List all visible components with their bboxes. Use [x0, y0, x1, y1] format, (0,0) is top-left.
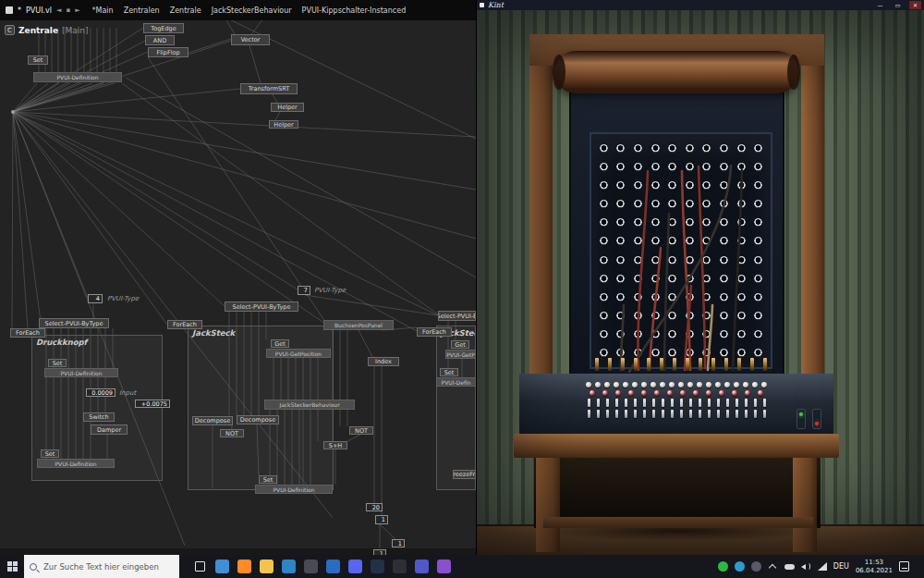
- jack-socket[interactable]: [702, 293, 711, 301]
- jack-socket[interactable]: [616, 349, 625, 357]
- red-indicator[interactable]: [590, 390, 595, 396]
- close-button[interactable]: [909, 1, 921, 9]
- jack-socket[interactable]: [616, 200, 625, 208]
- node-pvui-definition[interactable]: PVUI-Definition: [44, 368, 118, 377]
- toggle-switch[interactable]: [736, 399, 738, 407]
- jack-socket[interactable]: [720, 293, 728, 301]
- jack-socket[interactable]: [616, 163, 625, 171]
- jack-socket[interactable]: [686, 330, 694, 338]
- jack-socket[interactable]: [600, 181, 608, 190]
- settings-icon[interactable]: [751, 561, 761, 572]
- jack-socket[interactable]: [737, 237, 746, 245]
- jack-socket[interactable]: [668, 181, 676, 190]
- jack-socket[interactable]: [737, 200, 746, 208]
- lamp-key[interactable]: [604, 382, 610, 387]
- node-1[interactable]: 1: [375, 515, 388, 524]
- jack-socket[interactable]: [651, 312, 660, 320]
- jack-socket[interactable]: [634, 293, 642, 301]
- jack-socket[interactable]: [651, 275, 660, 283]
- lamp-key[interactable]: [743, 382, 748, 387]
- red-indicator[interactable]: [654, 390, 660, 396]
- red-indicator[interactable]: [680, 390, 686, 396]
- node-pvui-getp[interactable]: PVUI-GetP: [445, 350, 476, 359]
- jack-socket[interactable]: [686, 218, 694, 227]
- jack-socket[interactable]: [686, 200, 694, 208]
- toggle-switch[interactable]: [625, 399, 627, 407]
- lamp-key[interactable]: [614, 382, 619, 387]
- toggle-switch[interactable]: [652, 399, 655, 407]
- patch-canvas[interactable]: TogEdgeANDFlipFlopVectorTransformSRTHelp…: [0, 0, 476, 555]
- node-select-pvui-b[interactable]: Select-PVUI-B: [438, 311, 476, 321]
- node-index[interactable]: Index: [368, 357, 399, 366]
- jack-socket[interactable]: [754, 163, 762, 171]
- onedrive-icon[interactable]: [784, 561, 795, 572]
- node-togedge[interactable]: TogEdge: [143, 23, 184, 33]
- jack-socket[interactable]: [634, 200, 642, 208]
- jack-socket[interactable]: [668, 312, 676, 320]
- patch-plug[interactable]: [711, 358, 715, 371]
- breadcrumb-item-main[interactable]: *Main: [92, 6, 114, 15]
- maximize-button[interactable]: [892, 1, 904, 9]
- jack-socket[interactable]: [720, 218, 728, 227]
- toggle-switch[interactable]: [699, 410, 701, 418]
- breadcrumb-item-pvui-kippschalter-instanced[interactable]: PVUI-Kippschalter-Instanced: [302, 6, 407, 15]
- lamp-key[interactable]: [632, 382, 638, 387]
- toggle-switch[interactable]: [726, 410, 729, 418]
- red-indicator[interactable]: [615, 390, 621, 396]
- patch-plug[interactable]: [634, 358, 638, 371]
- node-pvui-definition[interactable]: PVUI-Definition: [33, 72, 122, 82]
- node-get[interactable]: Get: [451, 340, 469, 349]
- jack-socket[interactable]: [634, 144, 642, 153]
- jack-socket[interactable]: [616, 256, 625, 264]
- patch-plug[interactable]: [673, 358, 676, 371]
- node-damper[interactable]: Damper: [91, 424, 128, 435]
- breadcrumb-item-jacksteckerbehaviour[interactable]: JackSteckerBehaviour: [212, 6, 292, 15]
- jack-socket[interactable]: [754, 218, 762, 227]
- jack-socket[interactable]: [720, 275, 728, 283]
- jack-socket[interactable]: [634, 349, 642, 357]
- toggle-switch[interactable]: [652, 410, 655, 418]
- jack-socket[interactable]: [668, 237, 676, 245]
- toggle-switch[interactable]: [763, 399, 766, 407]
- patch-plug[interactable]: [763, 358, 767, 371]
- minimize-button[interactable]: [874, 1, 886, 9]
- patch-plug[interactable]: [660, 358, 663, 371]
- jack-socket[interactable]: [702, 181, 711, 190]
- lamp-key[interactable]: [641, 382, 647, 387]
- jack-socket[interactable]: [600, 293, 608, 301]
- toggle-switch[interactable]: [689, 410, 692, 418]
- toggle-switch[interactable]: [763, 410, 766, 418]
- jack-socket[interactable]: [616, 293, 625, 301]
- node-select-pvui-bytype[interactable]: Select-PVUI-ByType: [225, 301, 298, 312]
- jack-socket[interactable]: [686, 163, 694, 171]
- toggle-switch[interactable]: [588, 399, 590, 407]
- red-indicator[interactable]: [732, 390, 737, 396]
- jack-socket[interactable]: [702, 312, 711, 320]
- jack-socket[interactable]: [634, 181, 642, 190]
- jack-socket[interactable]: [720, 312, 728, 320]
- node-flipflop[interactable]: FlipFlop: [148, 47, 188, 57]
- node-foreach[interactable]: ForEach: [10, 328, 45, 338]
- chevron-up-icon[interactable]: [768, 561, 778, 572]
- node-pvui-defin[interactable]: PVUI-Defin: [436, 377, 476, 387]
- patch-plug[interactable]: [647, 358, 650, 371]
- node-decompose[interactable]: Decompose: [192, 416, 233, 425]
- jack-socket[interactable]: [720, 200, 728, 208]
- jack-socket[interactable]: [702, 200, 711, 208]
- jack-socket[interactable]: [600, 200, 608, 208]
- jack-socket[interactable]: [720, 181, 728, 190]
- jack-socket[interactable]: [668, 163, 676, 171]
- language-indicator[interactable]: DEU: [833, 562, 849, 571]
- jack-socket[interactable]: [668, 218, 676, 227]
- patch-plug[interactable]: [608, 358, 612, 371]
- taskbar-system[interactable]: [299, 555, 322, 578]
- node-foreach[interactable]: ForEach: [417, 327, 452, 337]
- jack-socket[interactable]: [686, 312, 694, 320]
- toggle-switch[interactable]: [699, 399, 701, 407]
- jack-socket[interactable]: [600, 330, 608, 338]
- jack-socket[interactable]: [616, 237, 625, 245]
- jack-socket[interactable]: [634, 256, 642, 264]
- node-set[interactable]: Set: [48, 359, 67, 367]
- toggle-switch[interactable]: [643, 399, 646, 407]
- side-switch-red[interactable]: [812, 409, 821, 429]
